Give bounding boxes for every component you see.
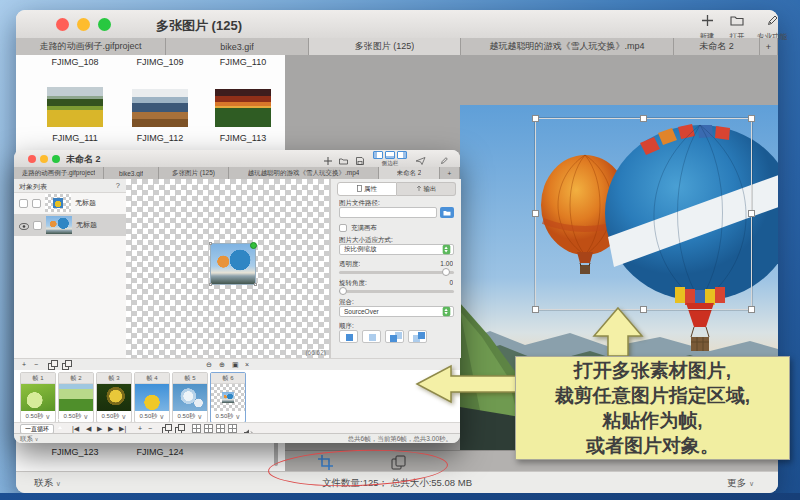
editor-titlebar: 未命名 2 新建 打开 保存 <box>14 150 460 168</box>
tab-multi-images[interactable]: 多张图片 (125) <box>159 167 229 179</box>
object-handle[interactable] <box>254 283 257 286</box>
rotation-slider[interactable] <box>339 290 454 293</box>
stepper-icon <box>443 307 451 316</box>
frame-duration[interactable]: 0.50秒∨ <box>173 411 207 422</box>
zoom-window-button[interactable] <box>52 155 60 163</box>
chevron-down-icon: ∨ <box>45 413 50 421</box>
help-button[interactable]: ? <box>116 181 120 190</box>
add-tab-button[interactable]: + <box>440 167 460 179</box>
chevron-down-icon: ∨ <box>197 413 202 421</box>
file-thumbnail-fjimg113[interactable] <box>215 89 271 127</box>
tab-gifproject[interactable]: 走路的动画例子.gifproject <box>16 38 166 55</box>
frame-count-status: 总共6帧，当前第6帧，总共3.00秒。 <box>348 435 452 444</box>
zoom-window-button[interactable] <box>98 18 111 31</box>
frame-2[interactable]: 帧 2 0.50秒∨ <box>58 372 94 423</box>
frame-4[interactable]: 帧 4 0.50秒∨ <box>134 372 170 423</box>
bring-to-front-button[interactable] <box>339 330 358 343</box>
frame-duration[interactable]: 0.50秒∨ <box>21 411 55 422</box>
selection-handle[interactable] <box>748 210 755 217</box>
selection-handle[interactable] <box>532 210 539 217</box>
file-label[interactable]: FJIMG_109 <box>120 57 200 67</box>
frame-duration[interactable]: 0.50秒∨ <box>211 411 245 422</box>
lock-checkbox[interactable] <box>33 221 42 230</box>
slider-knob[interactable] <box>442 268 450 276</box>
file-label[interactable]: FJIMG_123 <box>35 447 115 457</box>
tile-layout-icon[interactable] <box>192 424 201 433</box>
chevron-down-icon: ∨ <box>749 480 754 487</box>
frame-6-current[interactable]: 帧 6 0.50秒∨ <box>210 372 246 423</box>
file-thumbnail-fjimg111[interactable] <box>47 87 103 127</box>
selection-handle[interactable] <box>748 306 755 313</box>
file-label[interactable]: FJIMG_112 <box>120 133 200 143</box>
tab-gifproject[interactable]: 走路的动画例子.gifproject <box>14 167 104 179</box>
selection-handle[interactable] <box>640 115 647 122</box>
up-arrow-annotation <box>590 306 646 358</box>
file-label[interactable]: FJIMG_113 <box>203 133 283 143</box>
tab-bike3[interactable]: bike3.gif <box>104 167 159 179</box>
tab-untitled2[interactable]: 未命名 2 <box>674 38 760 55</box>
send-backward-button[interactable] <box>408 330 427 343</box>
bring-forward-button[interactable] <box>385 330 404 343</box>
file-label[interactable]: FJIMG_124 <box>120 447 200 457</box>
fill-canvas-checkbox[interactable] <box>339 224 347 232</box>
order-buttons <box>339 330 427 343</box>
frame-duration[interactable]: 0.50秒∨ <box>97 411 131 422</box>
path-input[interactable] <box>339 207 437 218</box>
bottom-panel-toggle-icon[interactable] <box>385 151 395 159</box>
selection-handle[interactable] <box>532 115 539 122</box>
tile-layout-icon[interactable] <box>228 424 237 433</box>
lock-checkbox[interactable] <box>32 199 41 208</box>
right-panel-toggle-icon[interactable] <box>397 151 407 159</box>
document-icon <box>357 185 362 193</box>
object-handle[interactable] <box>209 283 212 286</box>
tab-untitled2[interactable]: 未命名 2 <box>379 167 440 179</box>
tab-mp4[interactable]: 越玩越聪明的游戏《雪人玩交换》.mp4 <box>461 38 674 55</box>
tile-layout-icon[interactable] <box>216 424 225 433</box>
note-line: 裁剪任意图片指定区域, <box>516 383 789 408</box>
selection-handle[interactable] <box>532 306 539 313</box>
tab-multi-images[interactable]: 多张图片 (125) <box>309 38 461 55</box>
frame-duration[interactable]: 0.50秒∨ <box>135 411 169 422</box>
editor-canvas[interactable]: (66 62) <box>126 179 330 358</box>
frame-5[interactable]: 帧 5 0.50秒∨ <box>172 372 208 423</box>
eye-icon[interactable] <box>19 216 29 234</box>
blend-select[interactable]: SourceOver <box>339 306 454 317</box>
crop-selection[interactable] <box>535 118 752 310</box>
note-line: 粘贴作为帧, <box>516 408 789 433</box>
send-to-back-button[interactable] <box>362 330 381 343</box>
opacity-slider[interactable] <box>339 271 454 274</box>
frame-thumbnail <box>135 384 169 411</box>
tab-bike3[interactable]: bike3.gif <box>166 38 309 55</box>
object-row[interactable]: 无标题 <box>14 192 126 214</box>
file-thumbnail-fjimg112[interactable] <box>132 89 188 127</box>
frame-duration[interactable]: 0.50秒∨ <box>59 411 93 422</box>
canvas-object-balloon[interactable] <box>210 243 256 285</box>
tile-layout-icon[interactable] <box>204 424 213 433</box>
object-rotate-handle[interactable] <box>250 242 257 249</box>
note-line: 或者图片对象。 <box>516 433 789 458</box>
selection-handle[interactable] <box>748 115 755 122</box>
browse-folder-button[interactable] <box>440 207 454 218</box>
visibility-checkbox[interactable] <box>19 199 28 208</box>
desktop-edge <box>0 493 800 500</box>
tab-output[interactable]: 输出 <box>397 182 456 196</box>
contact-menu[interactable]: 联系 ∨ <box>20 435 38 444</box>
minimize-window-button[interactable] <box>77 18 90 31</box>
object-handle[interactable] <box>209 242 212 245</box>
frame-1[interactable]: 帧 1 0.50秒∨ <box>20 372 56 423</box>
close-window-button[interactable] <box>28 155 36 163</box>
minimize-window-button[interactable] <box>40 155 48 163</box>
fit-mode-select[interactable]: 按比例缩放 <box>339 244 454 255</box>
more-menu[interactable]: 更多 ∨ <box>727 477 754 490</box>
file-label[interactable]: FJIMG_110 <box>203 57 283 67</box>
tab-mp4[interactable]: 越玩越聪明的游戏《雪人玩交换》.mp4 <box>229 167 379 179</box>
tab-properties[interactable]: 属性 <box>337 182 397 196</box>
frame-3[interactable]: 帧 3 0.50秒∨ <box>96 372 132 423</box>
close-window-button[interactable] <box>56 18 69 31</box>
slider-knob[interactable] <box>339 287 347 295</box>
add-tab-button[interactable]: + <box>760 38 778 55</box>
file-label[interactable]: FJIMG_108 <box>35 57 115 67</box>
left-panel-toggle-icon[interactable] <box>373 151 383 159</box>
file-label[interactable]: FJIMG_111 <box>35 133 115 143</box>
object-row-selected[interactable]: 无标题 <box>14 214 126 236</box>
